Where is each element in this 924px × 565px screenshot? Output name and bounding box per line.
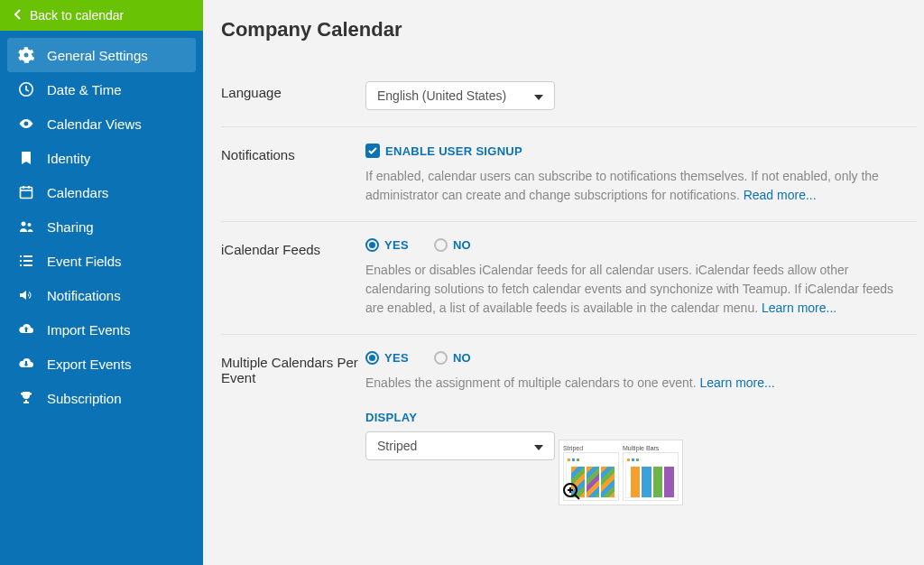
- ical-radio-yes[interactable]: YES: [365, 238, 409, 252]
- list-icon: [18, 253, 34, 269]
- back-label: Back to calendar: [30, 8, 124, 23]
- cloud-upload-icon: [18, 321, 34, 338]
- preview-right-title: Multiple Bars: [623, 444, 679, 452]
- display-select[interactable]: Striped: [365, 431, 555, 460]
- section-multiple-calendars: Multiple Calendars Per Event YES NO Enab…: [221, 335, 917, 522]
- svg-rect-7: [23, 260, 32, 262]
- sidebar-item-label: Identity: [47, 151, 90, 166]
- multi-radio-no[interactable]: NO: [434, 351, 471, 365]
- speaker-icon: [18, 287, 34, 303]
- ical-learn-more-link[interactable]: Learn more...: [762, 301, 836, 315]
- svg-rect-5: [23, 255, 32, 257]
- main-content: Company Calendar Language English (Unite…: [203, 0, 924, 565]
- sidebar-item-calendar-views[interactable]: Calendar Views: [7, 107, 196, 141]
- sidebar-item-sharing[interactable]: Sharing: [7, 209, 196, 244]
- eye-icon: [18, 116, 34, 132]
- enable-user-signup-checkbox[interactable]: ENABLE USER SIGNUP: [365, 144, 917, 158]
- sidebar-item-date-time[interactable]: Date & Time: [7, 72, 196, 107]
- caret-down-icon: [534, 88, 543, 103]
- section-label: Notifications: [221, 144, 365, 205]
- svg-rect-6: [20, 260, 22, 262]
- back-to-calendar-button[interactable]: Back to calendar: [0, 0, 203, 31]
- svg-point-2: [22, 222, 26, 227]
- multi-description: Enables the assignment of multiple calen…: [365, 374, 907, 393]
- display-preview-image[interactable]: Striped Multiple Bars: [559, 440, 683, 505]
- sidebar-item-import-events[interactable]: Import Events: [7, 312, 196, 347]
- chevron-left-icon: [14, 8, 21, 23]
- language-value: English (United States): [377, 88, 506, 103]
- gear-icon: [18, 47, 34, 63]
- sidebar-item-label: General Settings: [47, 48, 148, 63]
- trophy-icon: [18, 390, 34, 406]
- sidebar-item-subscription[interactable]: Subscription: [7, 381, 196, 415]
- radio-selected-icon: [365, 238, 379, 252]
- section-label: Multiple Calendars Per Event: [221, 351, 365, 505]
- preview-left-title: Striped: [563, 444, 619, 452]
- section-notifications: Notifications ENABLE USER SIGNUP If enab…: [221, 127, 917, 222]
- svg-rect-9: [23, 264, 32, 266]
- radio-selected-icon: [365, 351, 379, 365]
- sidebar-item-label: Subscription: [47, 391, 122, 406]
- people-icon: [18, 218, 34, 235]
- display-value: Striped: [377, 439, 417, 453]
- ical-description: Enables or disables iCalendar feeds for …: [365, 261, 907, 318]
- svg-point-3: [28, 223, 32, 227]
- page-title: Company Calendar: [221, 18, 917, 42]
- sidebar-item-identity[interactable]: Identity: [7, 141, 196, 175]
- checkbox-checked-icon: [365, 144, 380, 158]
- svg-rect-4: [20, 255, 22, 257]
- sidebar-item-label: Export Events: [47, 357, 131, 372]
- radio-unselected-icon: [434, 238, 448, 252]
- display-label: DISPLAY: [365, 411, 917, 424]
- sidebar-item-label: Calendars: [47, 185, 108, 200]
- multi-learn-more-link[interactable]: Learn more...: [699, 375, 774, 390]
- sidebar-item-label: Event Fields: [47, 254, 122, 269]
- sidebar-item-label: Date & Time: [47, 82, 122, 97]
- magnify-icon: [562, 482, 582, 502]
- language-select[interactable]: English (United States): [365, 81, 555, 110]
- multi-radio-yes[interactable]: YES: [365, 351, 409, 365]
- sidebar-item-label: Import Events: [47, 322, 131, 338]
- cloud-download-icon: [18, 356, 34, 372]
- ical-radio-no[interactable]: NO: [434, 238, 471, 252]
- svg-rect-1: [21, 188, 32, 199]
- sidebar-item-label: Sharing: [47, 219, 94, 235]
- checkbox-label: ENABLE USER SIGNUP: [385, 144, 522, 158]
- sidebar-item-export-events[interactable]: Export Events: [7, 347, 196, 381]
- radio-label: YES: [384, 351, 409, 365]
- caret-down-icon: [534, 439, 543, 453]
- notifications-description: If enabled, calendar users can subscribe…: [365, 167, 907, 205]
- sidebar: Back to calendar General Settings Date &…: [0, 0, 203, 565]
- radio-unselected-icon: [434, 351, 448, 365]
- sidebar-item-notifications[interactable]: Notifications: [7, 278, 196, 312]
- radio-label: NO: [453, 238, 471, 252]
- clock-icon: [18, 81, 34, 97]
- radio-label: NO: [453, 351, 471, 365]
- radio-label: YES: [384, 238, 409, 252]
- calendar-icon: [18, 184, 34, 200]
- section-icalendar-feeds: iCalendar Feeds YES NO Enables or disabl…: [221, 222, 917, 335]
- sidebar-item-label: Calendar Views: [47, 116, 142, 132]
- sidebar-item-calendars[interactable]: Calendars: [7, 175, 196, 209]
- svg-rect-8: [20, 264, 22, 266]
- section-label: Language: [221, 81, 365, 110]
- sidebar-item-label: Notifications: [47, 288, 121, 303]
- section-label: iCalendar Feeds: [221, 238, 365, 318]
- sidebar-nav: General Settings Date & Time Calendar Vi…: [0, 31, 203, 422]
- sidebar-item-event-fields[interactable]: Event Fields: [7, 244, 196, 278]
- bookmark-icon: [18, 150, 34, 166]
- section-language: Language English (United States): [221, 65, 917, 127]
- sidebar-item-general-settings[interactable]: General Settings: [7, 38, 196, 72]
- notifications-read-more-link[interactable]: Read more...: [744, 188, 817, 202]
